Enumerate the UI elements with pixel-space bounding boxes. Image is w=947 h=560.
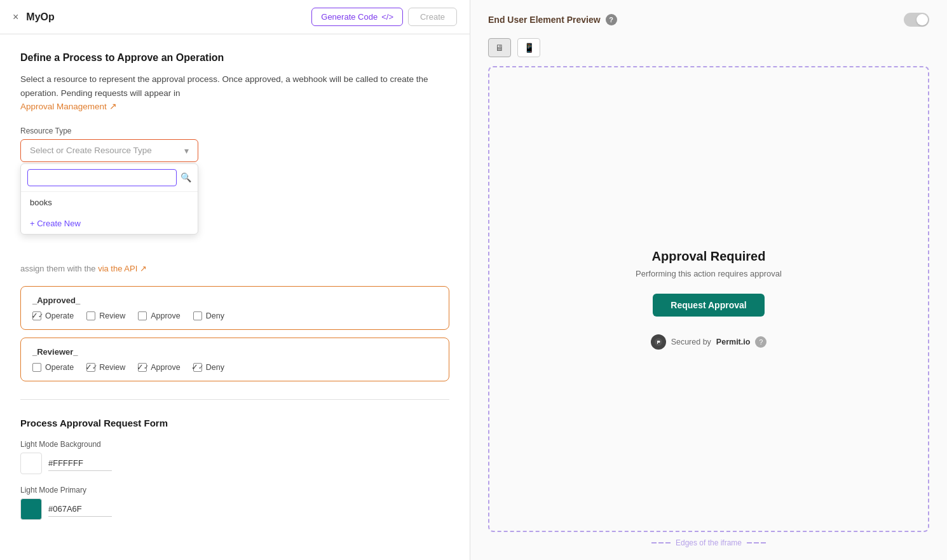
chevron-down-icon: ▾: [184, 146, 189, 156]
preview-title: End User Element Preview ?: [488, 14, 617, 25]
request-approval-button[interactable]: Request Approval: [653, 294, 764, 317]
color-swatch-bg[interactable]: [20, 453, 42, 474]
role-name-approved: _Approved_: [32, 296, 437, 305]
gear-toggle[interactable]: [904, 13, 929, 27]
close-button[interactable]: ×: [13, 11, 18, 23]
right-panel: End User Element Preview ? 🖥 📱 Approval …: [470, 0, 947, 560]
color-input-primary-row: [20, 498, 449, 520]
dropdown-menu: 🔍 books + Create New: [20, 163, 198, 235]
perm-operate-reviewer[interactable]: Operate: [32, 363, 74, 372]
checkbox-review-reviewer[interactable]: ✓: [86, 363, 95, 372]
role-perms-approved: ✓ Operate Review Approve: [32, 311, 437, 320]
perm-operate-reviewer-label: Operate: [45, 363, 74, 372]
desktop-icon: 🖥: [495, 43, 504, 53]
dropdown-search-area: 🔍: [21, 164, 198, 192]
form-section-title: Process Approval Request Form: [20, 418, 449, 428]
blurred-section: assign them with the via the API ↗ _Appr…: [20, 264, 449, 381]
description-text: Select a resource to represent the appro…: [20, 72, 449, 114]
device-bar: 🖥 📱: [488, 38, 929, 57]
color-input-bg-row: [20, 453, 449, 474]
resource-type-label: Resource Type: [20, 126, 449, 135]
color-value-bg[interactable]: [48, 456, 112, 471]
secured-row: Secured by Permit.io ?: [636, 334, 782, 350]
perm-review-reviewer-label: Review: [99, 363, 125, 372]
light-mode-primary-label: Light Mode Primary: [20, 486, 449, 495]
edges-label: Edges of the iframe: [488, 538, 929, 547]
blurred-text: assign them with the via the API ↗: [20, 264, 449, 273]
app-title: MyOp: [26, 11, 311, 23]
perm-operate-label: Operate: [45, 311, 74, 320]
help-icon[interactable]: ?: [606, 14, 617, 25]
light-mode-bg-label: Light Mode Background: [20, 440, 449, 449]
section-title: Define a Process to Approve an Operation: [20, 52, 449, 64]
perm-operate-approved[interactable]: ✓ Operate: [32, 311, 74, 320]
search-icon[interactable]: 🔍: [181, 172, 191, 182]
color-swatch-primary[interactable]: [20, 498, 42, 520]
permit-logo: [651, 334, 666, 350]
checkbox-deny-approved[interactable]: [193, 311, 202, 320]
generate-code-button[interactable]: Generate Code </>: [311, 8, 403, 26]
dropdown-item-books[interactable]: books: [21, 192, 198, 213]
approval-required-title: Approval Required: [636, 249, 782, 264]
perm-deny-reviewer-label: Deny: [206, 363, 224, 372]
perm-approve-approved[interactable]: Approve: [138, 311, 181, 320]
approval-management-link[interactable]: Approval Management ↗: [20, 102, 117, 111]
toggle-knob: [916, 14, 928, 25]
checkbox-review-approved[interactable]: [86, 311, 95, 320]
desktop-device-button[interactable]: 🖥: [488, 38, 511, 57]
perm-deny-approved[interactable]: Deny: [193, 311, 224, 320]
dropdown-search-input[interactable]: [27, 169, 177, 186]
approval-required-desc: Performing this action requires approval: [636, 269, 782, 278]
role-perms-reviewer: Operate ✓ Review ✓ Approve ✓ Deny: [32, 363, 437, 372]
light-mode-bg-field: Light Mode Background: [20, 440, 449, 474]
perm-approve-reviewer[interactable]: ✓ Approve: [138, 363, 181, 372]
perm-review-approved[interactable]: Review: [86, 311, 125, 320]
via-api-link[interactable]: via the API ↗: [98, 264, 147, 273]
roles-section: _Approved_ ✓ Operate Review Approve: [20, 286, 449, 381]
content-area: Define a Process to Approve an Operation…: [0, 34, 470, 560]
checkbox-operate-reviewer[interactable]: [32, 363, 41, 372]
perm-review-label: Review: [99, 311, 125, 320]
top-bar: × MyOp Generate Code </> Create: [0, 0, 470, 34]
preview-header: End User Element Preview ?: [488, 13, 929, 27]
light-mode-primary-field: Light Mode Primary: [20, 486, 449, 520]
edges-dashes: [651, 542, 671, 543]
mobile-device-button[interactable]: 📱: [517, 38, 540, 57]
perm-review-reviewer[interactable]: ✓ Review: [86, 363, 125, 372]
perm-approve-reviewer-label: Approve: [151, 363, 181, 372]
permit-help-icon[interactable]: ?: [755, 336, 766, 348]
checkbox-deny-reviewer[interactable]: ✓: [193, 363, 202, 372]
mobile-icon: 📱: [524, 43, 535, 53]
role-name-reviewer: _Reviewer_: [32, 347, 437, 357]
checkbox-approve-approved[interactable]: [138, 311, 147, 320]
create-new-option[interactable]: + Create New: [21, 213, 198, 234]
resource-type-dropdown[interactable]: Select or Create Resource Type ▾ 🔍 books…: [20, 139, 198, 162]
color-value-primary[interactable]: [48, 502, 112, 517]
role-card-reviewer: _Reviewer_ Operate ✓ Review ✓ Approve: [20, 338, 449, 381]
permit-name: Permit.io: [716, 338, 751, 346]
dropdown-select-trigger[interactable]: Select or Create Resource Type ▾: [20, 139, 198, 162]
preview-frame: Approval Required Performing this action…: [488, 66, 929, 532]
create-button: Create: [408, 8, 457, 26]
dropdown-placeholder: Select or Create Resource Type: [30, 146, 152, 155]
code-icon: </>: [381, 12, 393, 22]
secured-by-text: Secured by: [671, 338, 711, 346]
preview-card: Approval Required Performing this action…: [610, 224, 807, 375]
perm-deny-label: Deny: [206, 311, 224, 320]
checkbox-operate-approved[interactable]: ✓: [32, 311, 41, 320]
edges-dashes-right: [747, 542, 766, 543]
perm-approve-label: Approve: [151, 311, 181, 320]
perm-deny-reviewer[interactable]: ✓ Deny: [193, 363, 224, 372]
section-divider: [20, 399, 449, 400]
checkbox-approve-reviewer[interactable]: ✓: [138, 363, 147, 372]
role-card-approved: _Approved_ ✓ Operate Review Approve: [20, 286, 449, 330]
